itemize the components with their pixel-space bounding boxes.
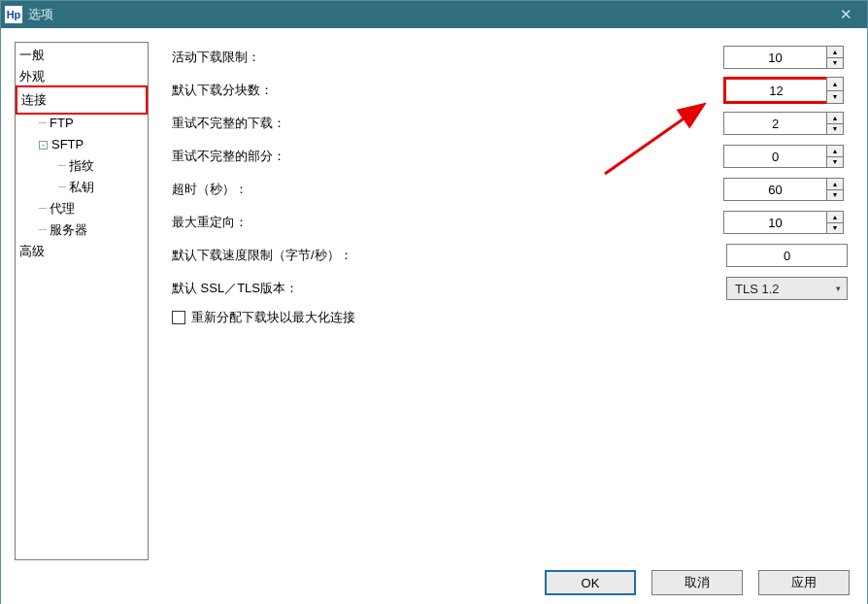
options-dialog: Hp 选项 ✕ 一般 外观 连接 ┈FTP -SFTP ┈指纹 ┈私钥 ┈代理 …: [0, 0, 868, 604]
spin-down-icon[interactable]: ▼: [826, 157, 844, 169]
ssl-version-value: TLS 1.2: [735, 282, 836, 296]
active-download-limit-input[interactable]: [723, 46, 826, 69]
retry-incomplete-download-input[interactable]: [723, 112, 826, 135]
spin-down-icon[interactable]: ▼: [826, 58, 844, 70]
chevron-down-icon: ▾: [836, 284, 841, 293]
ssl-version-select[interactable]: TLS 1.2 ▾: [726, 277, 848, 300]
retry-incomplete-part-input[interactable]: [723, 145, 826, 168]
label-retry-incomplete-part: 重试不完整的部分：: [172, 148, 723, 165]
reassign-blocks-label: 重新分配下载块以最大化连接: [191, 309, 355, 326]
spin-down-icon[interactable]: ▼: [826, 91, 844, 105]
reassign-blocks-checkbox[interactable]: [172, 311, 185, 324]
app-icon: Hp: [5, 6, 22, 23]
spin-down-icon[interactable]: ▼: [826, 190, 844, 202]
label-active-download-limit: 活动下载限制：: [172, 49, 723, 66]
apply-button[interactable]: 应用: [758, 570, 850, 595]
active-download-limit-spinner[interactable]: ▲ ▼: [723, 46, 848, 69]
tree-item-fingerprint[interactable]: ┈指纹: [17, 155, 146, 177]
spin-up-icon[interactable]: ▲: [826, 145, 844, 157]
tree-item-advanced[interactable]: 高级: [17, 241, 146, 262]
timeout-spinner[interactable]: ▲ ▼: [723, 178, 848, 201]
default-segments-spinner[interactable]: ▲ ▼: [723, 77, 848, 104]
label-max-redirects: 最大重定向：: [172, 214, 723, 231]
close-icon[interactable]: ✕: [824, 1, 867, 28]
window-title: 选项: [28, 6, 53, 23]
label-default-segments: 默认下载分块数：: [172, 82, 723, 99]
tree-item-connection[interactable]: 连接: [16, 85, 148, 115]
tree-item-general[interactable]: 一般: [17, 45, 146, 66]
reassign-blocks-row[interactable]: 重新分配下载块以最大化连接: [172, 309, 848, 326]
spin-up-icon[interactable]: ▲: [826, 178, 844, 190]
tree-item-proxy[interactable]: ┈代理: [17, 198, 146, 219]
cancel-button[interactable]: 取消: [651, 570, 743, 595]
spin-down-icon[interactable]: ▼: [826, 223, 844, 235]
spin-down-icon[interactable]: ▼: [826, 124, 844, 136]
timeout-input[interactable]: [723, 178, 826, 201]
retry-incomplete-part-spinner[interactable]: ▲ ▼: [723, 145, 848, 168]
dialog-buttons: OK 取消 应用: [1, 560, 867, 604]
titlebar: Hp 选项 ✕: [1, 1, 867, 28]
collapse-icon[interactable]: -: [39, 141, 48, 150]
settings-pane: 活动下载限制： ▲ ▼ 默认下载分块数： ▲: [149, 42, 853, 560]
spin-up-icon[interactable]: ▲: [826, 211, 844, 223]
tree-item-privatekey[interactable]: ┈私钥: [17, 177, 146, 198]
label-timeout: 超时（秒）：: [172, 181, 723, 198]
max-redirects-spinner[interactable]: ▲ ▼: [723, 211, 848, 234]
category-tree[interactable]: 一般 外观 连接 ┈FTP -SFTP ┈指纹 ┈私钥 ┈代理 ┈服务器 高级: [15, 42, 149, 560]
tree-item-servers[interactable]: ┈服务器: [17, 219, 146, 241]
tree-item-ftp[interactable]: ┈FTP: [17, 113, 146, 134]
retry-incomplete-download-spinner[interactable]: ▲ ▼: [723, 112, 848, 135]
spin-up-icon[interactable]: ▲: [826, 77, 844, 91]
ok-button[interactable]: OK: [545, 570, 636, 595]
default-segments-input[interactable]: [723, 77, 826, 104]
label-speed-limit: 默认下载速度限制（字节/秒）：: [172, 247, 726, 264]
tree-item-sftp[interactable]: -SFTP: [17, 134, 146, 155]
spin-up-icon[interactable]: ▲: [826, 112, 844, 124]
label-ssl-version: 默认 SSL／TLS版本：: [172, 280, 726, 297]
label-retry-incomplete-download: 重试不完整的下载：: [172, 115, 723, 132]
spin-up-icon[interactable]: ▲: [826, 46, 844, 58]
tree-item-appearance[interactable]: 外观: [17, 66, 146, 87]
speed-limit-input[interactable]: [726, 244, 848, 267]
max-redirects-input[interactable]: [723, 211, 826, 234]
